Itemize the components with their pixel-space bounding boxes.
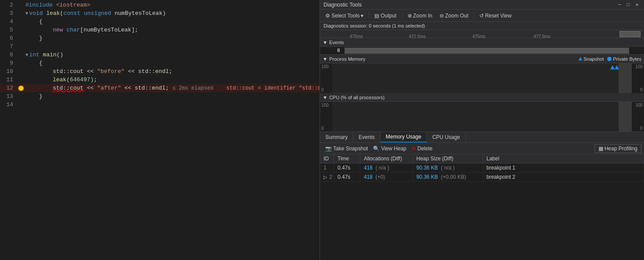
code-content-6: } bbox=[25, 34, 320, 42]
minimize-button[interactable]: ─ bbox=[616, 1, 623, 8]
dropdown-icon: ▾ bbox=[361, 13, 363, 19]
line-num-6: 6 bbox=[0, 34, 17, 42]
tab-events[interactable]: Events bbox=[353, 132, 380, 142]
th-heap: Heap Size (Diff) bbox=[413, 154, 483, 163]
snapshot-icon bbox=[579, 57, 582, 61]
line-num-2: 2 bbox=[0, 1, 17, 9]
legend-snapshot: Snapshot bbox=[579, 56, 604, 62]
events-section: ▼ Events ⏸ bbox=[320, 38, 644, 55]
line-num-10: 10 bbox=[0, 67, 17, 76]
select-tools-button[interactable]: ⚙ Select Tools ▾ bbox=[323, 12, 366, 20]
code-line-8: 8 ▼int main() bbox=[0, 51, 320, 59]
toolbar-sep-2 bbox=[402, 12, 402, 19]
code-line-6: 6 } bbox=[0, 34, 320, 42]
td-alloc-diff-2: (+0) bbox=[374, 174, 385, 180]
events-section-header: ▼ Events bbox=[320, 38, 644, 47]
reset-view-button[interactable]: ↺ Reset View bbox=[477, 12, 514, 20]
line-num-11: 11 bbox=[0, 76, 17, 84]
ruler-label-3: 475ms bbox=[472, 34, 486, 39]
code-content-8: ▼int main() bbox=[25, 51, 320, 59]
timeline-scrollbar[interactable] bbox=[619, 31, 640, 37]
output-button[interactable]: ▤ Output bbox=[372, 12, 399, 20]
code-content-5: new char[numBytesToLeak]; bbox=[25, 26, 320, 34]
pm-y-max: 100 bbox=[321, 64, 331, 69]
tab-memory-usage[interactable]: Memory Usage bbox=[380, 132, 427, 142]
delete-icon: ✕ bbox=[412, 146, 416, 152]
take-snapshot-button[interactable]: 📷 Take Snapshot bbox=[323, 145, 370, 153]
view-heap-button[interactable]: 🔍 View Heap bbox=[370, 145, 409, 153]
session-bar: Diagnostics session: 0 seconds (1 ms sel… bbox=[320, 22, 644, 30]
td-id-val-2: 2 bbox=[329, 174, 332, 180]
snapshot-table: ID Time Allocations (Diff) Heap Size (Di… bbox=[320, 154, 644, 260]
maximize-button[interactable]: □ bbox=[625, 1, 632, 8]
td-alloc-val-2: 418 bbox=[364, 174, 373, 180]
code-line-5: 5 new char[numBytesToLeak]; bbox=[0, 26, 320, 34]
code-line-14: 14 bbox=[0, 101, 320, 109]
output-icon: ▤ bbox=[374, 13, 379, 19]
delete-button[interactable]: ✕ Delete bbox=[409, 145, 435, 153]
table-row-2[interactable]: ▷ 2 0.47s 418 (+0) 90.36 KB (+0.00 KB) b… bbox=[320, 173, 644, 182]
take-snapshot-label: Take Snapshot bbox=[333, 146, 368, 152]
expand-icon-2[interactable]: ▷ bbox=[324, 174, 328, 180]
events-collapse-icon[interactable]: ▼ bbox=[323, 40, 327, 45]
th-id: ID bbox=[320, 154, 334, 163]
tab-summary[interactable]: Summary bbox=[320, 132, 353, 142]
current-line-indicator bbox=[18, 86, 24, 91]
heap-profiling-button[interactable]: ▦ Heap Profiling bbox=[595, 144, 641, 153]
pm-chart-svg bbox=[332, 63, 632, 93]
pm-y-max-right: 100 bbox=[633, 64, 643, 69]
reset-label: Reset View bbox=[485, 13, 511, 19]
zoom-in-button[interactable]: ⊕ Zoom In bbox=[405, 12, 435, 20]
editor-panel: 2 #include <iostream> 3 ▼void leak(const… bbox=[0, 0, 320, 260]
line-num-14: 14 bbox=[0, 101, 17, 109]
code-line-11: 11 leak(646497); bbox=[0, 76, 320, 84]
pause-button[interactable]: ⏸ bbox=[335, 47, 342, 54]
td-heap-1: 90.36 KB ( n/a ) bbox=[413, 163, 483, 172]
diag-toolbar: ⚙ Select Tools ▾ ▤ Output ⊕ Zoom In ⊖ Zo… bbox=[320, 10, 644, 22]
th-time: Time bbox=[334, 154, 360, 163]
th-alloc: Allocations (Diff) bbox=[360, 154, 413, 163]
output-label: Output bbox=[380, 13, 396, 19]
delete-label: Delete bbox=[417, 146, 433, 152]
code-content-2: #include <iostream> bbox=[25, 1, 320, 9]
td-id-1: 1 bbox=[320, 163, 334, 172]
close-button[interactable]: ✕ bbox=[633, 1, 640, 8]
code-line-13: 13 } bbox=[0, 92, 320, 101]
cpu-label: CPU (% of all processors) bbox=[329, 95, 385, 100]
zoom-out-button[interactable]: ⊖ Zoom Out bbox=[437, 12, 471, 20]
td-alloc-diff-1: ( n/a ) bbox=[374, 165, 389, 171]
td-heap-diff-2: (+0.00 KB) bbox=[440, 174, 466, 180]
snapshot-toolbar: 📷 Take Snapshot 🔍 View Heap ✕ Delete ▦ H… bbox=[320, 143, 644, 154]
zoom-in-label: Zoom In bbox=[413, 13, 433, 19]
line-num-7: 7 bbox=[0, 42, 17, 51]
diagnostic-tools-panel: Diagnostic Tools ─ □ ✕ ⚙ Select Tools ▾ … bbox=[320, 0, 644, 260]
line-num-12: 12 bbox=[0, 84, 17, 92]
heap-profiling-label: Heap Profiling bbox=[605, 146, 637, 152]
code-content-10: std::cout << "before" << std::endl; bbox=[25, 67, 320, 76]
table-header: ID Time Allocations (Diff) Heap Size (Di… bbox=[320, 154, 644, 163]
cpu-chart: 100 0 100 0 bbox=[320, 102, 644, 132]
line-num-9: 9 bbox=[0, 59, 17, 67]
snapshot-marker-2 bbox=[615, 65, 619, 69]
pm-y-min: 0 bbox=[321, 87, 331, 92]
td-heap-diff-1: ( n/a ) bbox=[440, 165, 455, 171]
titlebar-buttons: ─ □ ✕ bbox=[616, 1, 640, 8]
code-content-13: } bbox=[25, 92, 320, 101]
gutter-12 bbox=[17, 86, 25, 91]
cpu-y-min-right: 0 bbox=[633, 126, 643, 131]
tab-cpu-usage[interactable]: CPU Usage bbox=[427, 132, 465, 142]
line-num-5: 5 bbox=[0, 26, 17, 34]
zoom-out-label: Zoom Out bbox=[445, 13, 468, 19]
private-bytes-icon bbox=[607, 57, 612, 61]
cpu-collapse-icon[interactable]: ▼ bbox=[323, 95, 327, 100]
cpu-section: ▼ CPU (% of all processors) 100 0 100 0 bbox=[320, 93, 644, 132]
td-heap-2: 90.36 KB (+0.00 KB) bbox=[413, 173, 483, 181]
ruler-label-1: 470ms bbox=[350, 34, 363, 39]
table-row-1[interactable]: 1 0.47s 418 ( n/a ) 90.36 KB ( n/a ) bre… bbox=[320, 163, 644, 173]
td-label-1: breakpoint 1 bbox=[483, 163, 644, 172]
pm-y-right: 100 0 bbox=[632, 63, 644, 93]
tabs-bar: Summary Events Memory Usage CPU Usage bbox=[320, 132, 644, 143]
process-memory-collapse-icon[interactable]: ▼ bbox=[323, 56, 327, 62]
toolbar-sep-1 bbox=[369, 12, 369, 19]
line-num-3: 3 bbox=[0, 9, 17, 17]
